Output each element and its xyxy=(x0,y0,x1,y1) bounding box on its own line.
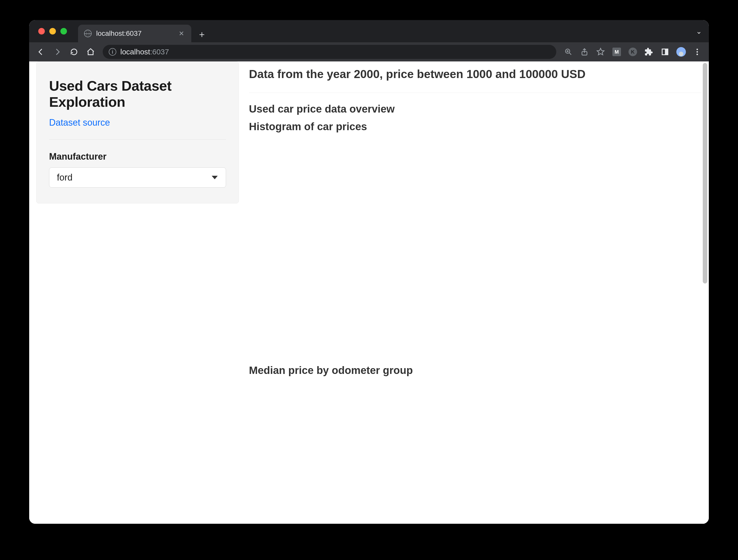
site-info-icon[interactable]: i xyxy=(109,48,116,56)
bookmark-icon[interactable] xyxy=(594,45,608,59)
app-title: Used Cars Dataset Exploration xyxy=(49,78,226,110)
browser-toolbar: i localhost:6037 M K xyxy=(29,42,709,61)
median-chart-placeholder xyxy=(249,376,702,477)
share-icon[interactable] xyxy=(578,45,592,59)
main-content: Data from the year 2000, price between 1… xyxy=(249,61,702,524)
svg-point-6 xyxy=(697,54,698,55)
sidebar: Used Cars Dataset Exploration Dataset so… xyxy=(36,61,239,524)
page-viewport: Used Cars Dataset Exploration Dataset so… xyxy=(29,61,709,524)
reload-button[interactable] xyxy=(67,45,81,59)
svg-point-4 xyxy=(697,49,698,50)
svg-rect-3 xyxy=(665,49,668,55)
browser-window: localhost:6037 ✕ ＋ ⌄ i localho xyxy=(29,20,709,524)
browser-tab[interactable]: localhost:6037 ✕ xyxy=(78,25,191,42)
scrollbar-thumb[interactable] xyxy=(703,63,707,284)
url-text: localhost:6037 xyxy=(120,48,169,56)
back-button[interactable] xyxy=(34,45,48,59)
window-maximize-button[interactable] xyxy=(60,28,67,34)
tabs-dropdown-button[interactable]: ⌄ xyxy=(696,27,702,35)
forward-button[interactable] xyxy=(50,45,64,59)
profile-avatar[interactable] xyxy=(674,45,688,59)
window-minimize-button[interactable] xyxy=(49,28,56,34)
new-tab-button[interactable]: ＋ xyxy=(194,26,210,42)
address-bar[interactable]: i localhost:6037 xyxy=(103,45,556,59)
histogram-heading: Histogram of car prices xyxy=(249,120,702,133)
window-close-button[interactable] xyxy=(38,28,45,34)
page-heading: Data from the year 2000, price between 1… xyxy=(249,67,702,81)
tab-title: localhost:6037 xyxy=(96,29,142,37)
extensions-icon[interactable] xyxy=(642,45,656,59)
zoom-icon[interactable] xyxy=(561,45,576,59)
scrollbar-track[interactable] xyxy=(703,63,707,522)
home-button[interactable] xyxy=(83,45,98,59)
url-host: localhost xyxy=(120,48,150,56)
globe-icon xyxy=(84,30,92,37)
manufacturer-select-value: ford xyxy=(57,172,72,183)
histogram-chart-placeholder xyxy=(249,133,702,364)
overview-heading: Used car price data overview xyxy=(249,103,702,115)
window-controls xyxy=(34,20,78,42)
median-heading: Median price by odometer group xyxy=(249,364,702,376)
svg-point-5 xyxy=(697,51,698,53)
sidebar-card: Used Cars Dataset Exploration Dataset so… xyxy=(36,61,239,204)
manufacturer-select[interactable]: ford xyxy=(49,168,226,188)
toolbar-right-icons: M K xyxy=(561,45,704,59)
dataset-source-link[interactable]: Dataset source xyxy=(49,117,110,128)
tab-strip: localhost:6037 ✕ ＋ ⌄ xyxy=(29,20,709,42)
manufacturer-label: Manufacturer xyxy=(49,151,226,162)
url-port: :6037 xyxy=(150,48,169,56)
extension-m-icon[interactable]: M xyxy=(610,45,624,59)
sidebar-divider xyxy=(49,139,226,140)
panel-icon[interactable] xyxy=(658,45,672,59)
tab-close-button[interactable]: ✕ xyxy=(178,30,185,37)
chevron-down-icon xyxy=(212,176,218,179)
extension-k-icon[interactable]: K xyxy=(626,45,640,59)
kebab-menu-icon[interactable] xyxy=(690,45,704,59)
